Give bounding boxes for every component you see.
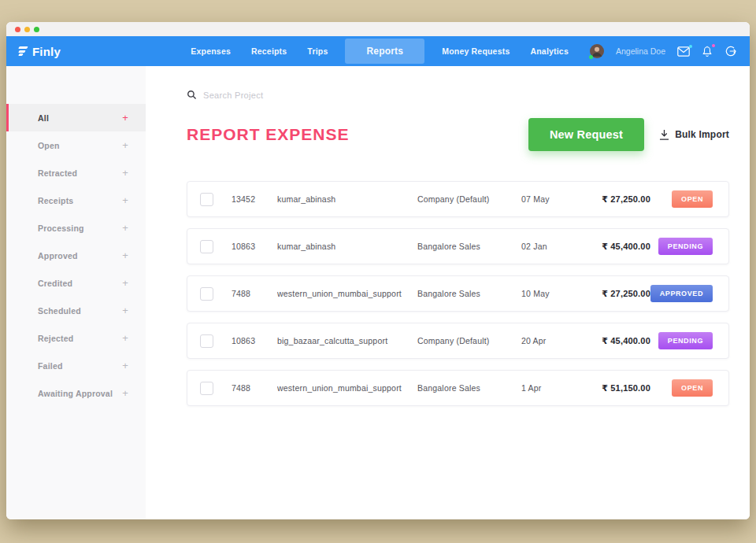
sidebar-item-label: All xyxy=(38,113,49,123)
expense-name: western_union_mumbai_support xyxy=(277,289,417,298)
row-checkbox[interactable] xyxy=(200,287,213,301)
expense-amount: ₹ 51,150.00 xyxy=(583,383,650,393)
header-actions: New Request Bulk Import xyxy=(528,118,729,151)
messages-notification-dot xyxy=(689,45,692,48)
row-checkbox[interactable] xyxy=(200,240,213,253)
expense-date: 1 Apr xyxy=(521,383,583,393)
nav-item[interactable]: Expenses xyxy=(180,46,241,56)
expense-row[interactable]: 10863 big_bazaar_calcutta_support Compan… xyxy=(187,323,729,359)
sidebar-item[interactable]: Rejected xyxy=(6,324,146,352)
expense-amount: ₹ 45,400.00 xyxy=(583,336,650,346)
expense-date: 20 Apr xyxy=(521,336,583,345)
plus-icon[interactable] xyxy=(122,277,128,289)
bulk-import-label: Bulk Import xyxy=(675,129,729,140)
search-input[interactable] xyxy=(203,90,392,100)
app-logo-text: Finly xyxy=(32,45,61,58)
new-request-button[interactable]: New Request xyxy=(528,118,644,151)
plus-icon[interactable] xyxy=(122,139,128,151)
status-badge: APPROVED xyxy=(650,285,713,302)
expense-name: kumar_abinash xyxy=(277,194,417,204)
expense-company: Bangalore Sales xyxy=(417,289,521,298)
sidebar-item[interactable]: Open xyxy=(6,131,146,159)
expense-row[interactable]: 10863 kumar_abinash Bangalore Sales 02 J… xyxy=(187,228,729,264)
status-badge: OPEN xyxy=(672,379,713,397)
nav-item[interactable]: Trips xyxy=(297,46,338,56)
plus-icon[interactable] xyxy=(122,332,128,344)
sidebar-item[interactable]: Failed xyxy=(6,352,146,379)
app-header: Finly Expenses Receipts Trips Reports Mo… xyxy=(6,36,750,66)
sidebar-item-label: Processing xyxy=(38,223,84,233)
main-content: REPORT EXPENSE New Request Bulk Import xyxy=(146,66,750,519)
logout-icon[interactable] xyxy=(724,45,737,57)
sidebar-item[interactable]: All xyxy=(6,104,146,131)
plus-icon[interactable] xyxy=(122,387,128,399)
plus-icon[interactable] xyxy=(122,194,128,206)
sidebar-item-label: Awaiting Approval xyxy=(38,389,113,398)
status-badge: PENDING xyxy=(658,238,713,255)
nav-item[interactable]: Analytics xyxy=(520,46,579,56)
desktop: { "topbar": { "logo": "Finly", "nav": [ … xyxy=(0,0,756,543)
notifications-dot xyxy=(712,44,715,47)
sidebar-item[interactable]: Credited xyxy=(6,269,146,297)
online-status-dot xyxy=(589,55,593,59)
expense-row[interactable]: 7488 western_union_mumbai_support Bangal… xyxy=(187,370,729,406)
sidebar-item-label: Rejected xyxy=(38,334,73,343)
expense-amount: ₹ 27,250.00 xyxy=(583,194,650,205)
nav-item[interactable]: Reports xyxy=(345,39,424,64)
main-nav: Expenses Receipts Trips Reports Money Re… xyxy=(180,39,579,64)
row-checkbox[interactable] xyxy=(200,193,213,206)
expense-row[interactable]: 13452 kumar_abinash Company (Default) 07… xyxy=(187,181,729,217)
app-logo[interactable]: Finly xyxy=(19,45,61,58)
plus-icon[interactable] xyxy=(122,360,128,371)
sidebar-item-label: Scheduled xyxy=(38,306,81,316)
messages-icon[interactable] xyxy=(677,46,690,57)
expense-company: Company (Default) xyxy=(417,194,521,204)
plus-icon[interactable] xyxy=(122,305,128,316)
status-badge: OPEN xyxy=(672,190,713,208)
sidebar-item[interactable]: Retracted xyxy=(6,159,146,187)
avatar[interactable] xyxy=(590,44,604,58)
expense-id: 10863 xyxy=(232,336,277,345)
plus-icon[interactable] xyxy=(122,249,128,261)
window-titlebar xyxy=(6,22,750,36)
sidebar: All Open Retracted Receipts xyxy=(6,66,146,519)
nav-item[interactable]: Money Requests xyxy=(432,46,520,56)
expense-id: 7488 xyxy=(232,289,277,298)
sidebar-item-label: Approved xyxy=(38,251,78,260)
expense-company: Bangalore Sales xyxy=(417,242,521,251)
page-title: REPORT EXPENSE xyxy=(187,125,350,144)
sidebar-item-label: Receipts xyxy=(38,196,73,205)
sidebar-item-label: Open xyxy=(38,141,60,150)
row-checkbox[interactable] xyxy=(200,334,213,348)
sidebar-item[interactable]: Approved xyxy=(6,242,146,269)
expense-row[interactable]: 7488 western_union_mumbai_support Bangal… xyxy=(187,275,729,312)
expense-date: 07 May xyxy=(521,194,583,204)
plus-icon[interactable] xyxy=(122,222,128,234)
expense-date: 02 Jan xyxy=(521,242,583,251)
nav-item[interactable]: Receipts xyxy=(241,46,297,56)
sidebar-item[interactable]: Receipts xyxy=(6,187,146,214)
user-name[interactable]: Angelina Doe xyxy=(616,46,665,56)
zoom-button[interactable] xyxy=(34,27,39,32)
plus-icon[interactable] xyxy=(122,112,128,124)
minimize-button[interactable] xyxy=(24,27,30,32)
sidebar-item-label: Retracted xyxy=(38,168,77,178)
expense-amount: ₹ 27,250.00 xyxy=(583,289,650,299)
expense-amount: ₹ 45,400.00 xyxy=(583,242,650,252)
notifications-bell-icon[interactable] xyxy=(702,46,713,57)
sidebar-item-label: Failed xyxy=(38,361,63,371)
bulk-import-button[interactable]: Bulk Import xyxy=(659,129,729,140)
app-window: Finly Expenses Receipts Trips Reports Mo… xyxy=(6,22,750,519)
sidebar-item[interactable]: Awaiting Approval xyxy=(6,379,146,407)
plus-icon[interactable] xyxy=(122,167,128,179)
expense-company: Bangalore Sales xyxy=(417,383,521,393)
close-button[interactable] xyxy=(15,27,20,32)
expense-id: 7488 xyxy=(232,383,277,393)
status-badge: PENDING xyxy=(658,332,713,349)
row-checkbox[interactable] xyxy=(200,382,213,395)
expense-name: kumar_abinash xyxy=(277,242,417,251)
expense-name: big_bazaar_calcutta_support xyxy=(277,336,417,345)
sidebar-item[interactable]: Scheduled xyxy=(6,297,146,324)
sidebar-item[interactable]: Processing xyxy=(6,214,146,242)
finly-logo-icon xyxy=(19,46,28,57)
